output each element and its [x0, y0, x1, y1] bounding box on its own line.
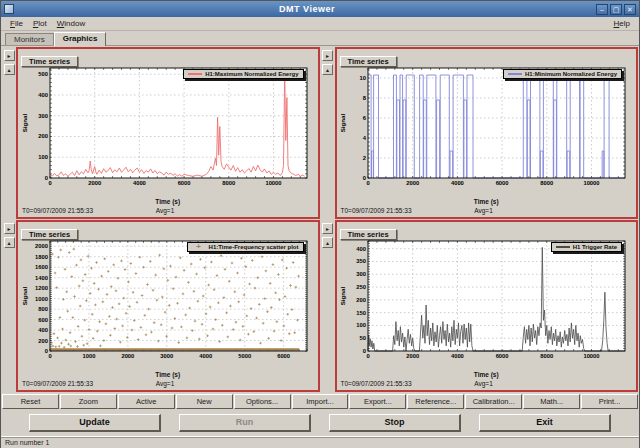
max-normalized-energy-chart[interactable]: 02000400060008000100000100200300400500Si…	[20, 63, 316, 191]
svg-text:Signal: Signal	[21, 113, 28, 132]
svg-text:4000: 4000	[451, 180, 464, 186]
svg-text:0: 0	[45, 348, 48, 354]
min-normalized-energy-chart[interactable]: 02000400060008000100000246810Signal	[338, 63, 634, 191]
panel4-arrow-up-button[interactable]: ▴	[322, 237, 333, 248]
svg-text:0: 0	[363, 175, 366, 181]
math-button[interactable]: Math...	[523, 394, 580, 409]
run-number-text: Run number 1	[5, 439, 49, 446]
svg-text:200: 200	[38, 133, 48, 139]
svg-text:8000: 8000	[541, 180, 554, 186]
svg-text:4000: 4000	[133, 180, 146, 186]
time-series-panel-2: Time series 0200040006000800010000024681…	[335, 47, 639, 219]
options-button[interactable]: Options...	[234, 394, 291, 409]
svg-text:Signal: Signal	[21, 286, 28, 305]
t0-label: T0=09/07/2009 21:55:33	[341, 380, 412, 387]
svg-text:1400: 1400	[35, 275, 48, 281]
svg-text:4: 4	[363, 135, 367, 141]
svg-text:2000: 2000	[121, 353, 134, 359]
svg-text:400: 400	[38, 92, 48, 98]
svg-text:150: 150	[357, 310, 367, 316]
panel3-arrow-right-button[interactable]: ▸	[4, 223, 15, 234]
svg-text:1000: 1000	[35, 296, 48, 302]
svg-text:8000: 8000	[222, 180, 235, 186]
menu-window[interactable]: Window	[52, 19, 90, 28]
close-button[interactable]: ✕	[624, 4, 636, 15]
panel1-arrow-up-button[interactable]: ▴	[4, 64, 15, 75]
tab-monitors[interactable]: Monitors	[5, 33, 54, 45]
chart-legend-3: + H1:Time-Frequency scatter plot	[187, 242, 304, 252]
svg-text:2000: 2000	[406, 180, 419, 186]
reference-button[interactable]: Reference...	[407, 394, 464, 409]
svg-text:6000: 6000	[277, 353, 290, 359]
time-frequency-scatter-chart[interactable]: 0100020003000400050006000020040060080010…	[20, 236, 316, 364]
update-button[interactable]: Update	[29, 414, 161, 432]
svg-text:10000: 10000	[584, 353, 600, 359]
svg-text:0: 0	[48, 180, 51, 186]
svg-text:Signal: Signal	[339, 113, 346, 132]
legend-label: H1:Time-Frequency scatter plot	[209, 244, 299, 250]
time-series-panel-4: Time series 0200040006000800010000050100…	[335, 220, 639, 392]
exit-button[interactable]: Exit	[479, 414, 611, 432]
panel2-arrow-up-button[interactable]: ▴	[322, 64, 333, 75]
svg-text:400: 400	[357, 246, 367, 252]
title-bar[interactable]: DMT Viewer – ▢ ✕	[1, 1, 639, 17]
svg-text:0: 0	[363, 348, 366, 354]
maximize-button[interactable]: ▢	[610, 4, 622, 15]
zoom-button[interactable]: Zoom	[60, 394, 117, 409]
legend-label: H1:Minimum Normalized Energy	[525, 71, 617, 77]
svg-text:5000: 5000	[238, 353, 251, 359]
panel4-arrow-right-button[interactable]: ▸	[322, 223, 333, 234]
svg-text:10000: 10000	[265, 180, 281, 186]
svg-text:200: 200	[38, 338, 48, 344]
svg-text:50: 50	[360, 335, 366, 341]
t0-label: T0=09/07/2009 21:55:33	[22, 380, 93, 387]
x-axis-label: Time (s)	[18, 371, 318, 380]
trigger-rate-chart[interactable]: 0200040006000800010000050100150200250300…	[338, 236, 634, 364]
x-axis-label: Time (s)	[337, 371, 637, 380]
x-axis-label: Time (s)	[337, 198, 637, 207]
svg-text:300: 300	[38, 113, 48, 119]
svg-text:3000: 3000	[160, 353, 173, 359]
active-button[interactable]: Active	[118, 394, 175, 409]
svg-text:200: 200	[357, 297, 367, 303]
window-icon	[4, 4, 14, 14]
svg-text:1800: 1800	[35, 254, 48, 260]
svg-text:250: 250	[357, 284, 367, 290]
new-button[interactable]: New	[176, 394, 233, 409]
svg-text:6000: 6000	[177, 180, 190, 186]
svg-text:2: 2	[363, 155, 366, 161]
svg-text:600: 600	[38, 317, 48, 323]
panel2-arrow-right-button[interactable]: ▸	[322, 50, 333, 61]
svg-text:2000: 2000	[88, 180, 101, 186]
import-button[interactable]: Import...	[292, 394, 349, 409]
menu-plot[interactable]: Plot	[28, 19, 52, 28]
panel1-arrow-right-button[interactable]: ▸	[4, 50, 15, 61]
svg-text:8000: 8000	[541, 353, 554, 359]
avg-label: Avg=1	[156, 380, 175, 387]
time-series-panel-1: Time series 0200040006000800010000010020…	[16, 47, 320, 219]
menu-help[interactable]: Help	[609, 19, 635, 28]
print-button[interactable]: Print...	[581, 394, 638, 409]
status-bar: Run number 1	[1, 436, 639, 448]
stop-button[interactable]: Stop	[329, 414, 461, 432]
reset-button[interactable]: Reset	[2, 394, 59, 409]
tab-graphics[interactable]: Graphics	[54, 32, 107, 46]
avg-label: Avg=1	[156, 207, 175, 214]
run-controls: Update Run Stop Exit	[1, 410, 639, 436]
menu-file[interactable]: File	[5, 19, 28, 28]
minimize-button[interactable]: –	[596, 4, 608, 15]
svg-text:10000: 10000	[584, 180, 600, 186]
svg-text:6000: 6000	[496, 353, 509, 359]
legend-label: H1 Trigger Rate	[573, 244, 617, 250]
t0-label: T0=09/07/2009 21:55:33	[22, 207, 93, 214]
chart-legend-2: H1:Minimum Normalized Energy	[503, 69, 622, 79]
calibration-button[interactable]: Calibration...	[465, 394, 522, 409]
svg-text:500: 500	[38, 71, 48, 77]
svg-text:4000: 4000	[199, 353, 212, 359]
svg-text:100: 100	[357, 322, 367, 328]
svg-text:100: 100	[38, 154, 48, 160]
run-button[interactable]: Run	[179, 414, 311, 432]
panel3-arrow-up-button[interactable]: ▴	[4, 237, 15, 248]
svg-text:1000: 1000	[82, 353, 95, 359]
export-button[interactable]: Export...	[349, 394, 406, 409]
